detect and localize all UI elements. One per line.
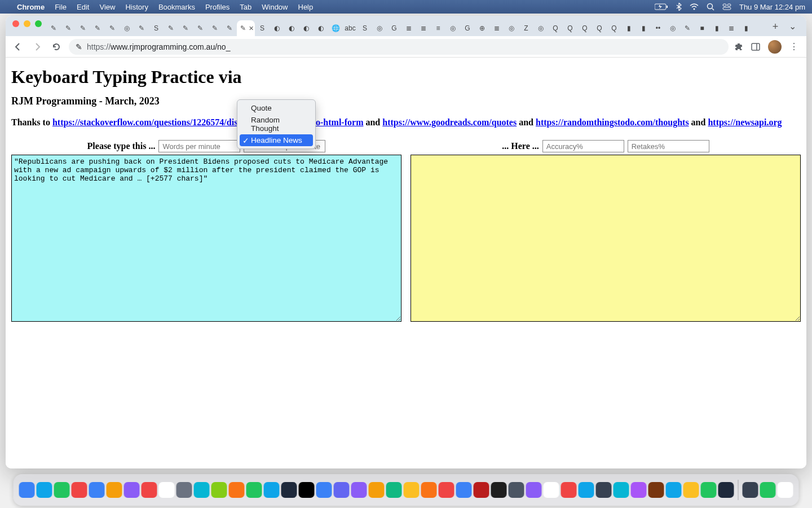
- chrome-menu-icon[interactable]: ⋮: [789, 41, 798, 52]
- wpm-input[interactable]: [158, 140, 240, 152]
- dock-app[interactable]: [299, 482, 315, 498]
- dock-app[interactable]: [526, 482, 542, 498]
- browser-tab[interactable]: ▮: [621, 20, 636, 36]
- dock-app[interactable]: [142, 482, 157, 498]
- dock-app[interactable]: [701, 482, 717, 498]
- browser-tab[interactable]: ◎: [533, 20, 548, 36]
- tab-overflow-button[interactable]: ⌄: [783, 21, 802, 36]
- forward-button[interactable]: [30, 40, 44, 54]
- browser-tab[interactable]: ≡: [431, 20, 445, 36]
- dock-app[interactable]: [404, 482, 420, 498]
- dock-app[interactable]: [491, 482, 507, 498]
- address-bar[interactable]: ✎ https://www.rjmprogramming.com.au/no_: [69, 39, 729, 55]
- dock-app[interactable]: [107, 482, 122, 498]
- retakes-input[interactable]: [628, 140, 709, 152]
- browser-tab[interactable]: ▮: [636, 20, 651, 36]
- browser-tab[interactable]: ✎: [90, 20, 105, 36]
- reload-button[interactable]: [50, 40, 63, 54]
- menubar-clock[interactable]: Thu 9 Mar 12:24 pm: [739, 3, 805, 11]
- dock-app[interactable]: [124, 482, 140, 498]
- browser-tab[interactable]: ✎: [208, 20, 222, 36]
- browser-tab[interactable]: ◎: [120, 20, 134, 36]
- menubar-item-help[interactable]: Help: [298, 3, 314, 11]
- source-text-area[interactable]: [11, 155, 401, 322]
- dock-app[interactable]: [194, 482, 210, 498]
- new-tab-button[interactable]: +: [767, 21, 783, 36]
- browser-tab[interactable]: ≣: [724, 20, 739, 36]
- minimize-window-button[interactable]: [24, 20, 30, 27]
- back-button[interactable]: [11, 40, 25, 54]
- menubar-item-profiles[interactable]: Profiles: [205, 3, 230, 11]
- dock-app[interactable]: [159, 482, 175, 498]
- dock-app[interactable]: [579, 482, 594, 498]
- profile-avatar[interactable]: [768, 40, 782, 54]
- dock-app[interactable]: [19, 482, 35, 498]
- dock-app[interactable]: [72, 482, 87, 498]
- browser-tab[interactable]: ▮: [739, 20, 753, 36]
- menubar-app-name[interactable]: Chrome: [17, 3, 45, 11]
- dock-app[interactable]: [369, 482, 385, 498]
- menubar-item-tab[interactable]: Tab: [240, 3, 251, 11]
- link-newsapi[interactable]: https://newsapi.org: [708, 117, 782, 127]
- browser-tab[interactable]: ✎: [193, 20, 208, 36]
- browser-tab[interactable]: ▮: [709, 20, 724, 36]
- browser-tab[interactable]: ✎: [222, 20, 237, 36]
- dock-app[interactable]: [683, 482, 699, 498]
- fullscreen-window-button[interactable]: [35, 20, 42, 27]
- dock-app[interactable]: [246, 482, 262, 498]
- dock-app[interactable]: [89, 482, 105, 498]
- wifi-icon[interactable]: [690, 3, 699, 10]
- dock-app[interactable]: [176, 482, 192, 498]
- dropdown-option-random-thought[interactable]: Random Thought: [240, 114, 313, 134]
- browser-tab[interactable]: ✎: [105, 20, 120, 36]
- browser-tab[interactable]: ≣: [401, 20, 416, 36]
- browser-tab[interactable]: G: [387, 20, 401, 36]
- dock-app[interactable]: [439, 482, 454, 498]
- dock-app[interactable]: [229, 482, 245, 498]
- dock-app[interactable]: [614, 482, 629, 498]
- browser-tab[interactable]: ◎: [445, 20, 460, 36]
- dock-app[interactable]: [648, 482, 664, 498]
- dock-app[interactable]: [509, 482, 524, 498]
- menubar-item-window[interactable]: Window: [262, 3, 288, 11]
- browser-tab[interactable]: Q: [548, 20, 563, 36]
- dock-app[interactable]: [743, 482, 758, 498]
- browser-tab[interactable]: ◐: [299, 20, 314, 36]
- browser-tab[interactable]: ••: [651, 20, 665, 36]
- dock-app[interactable]: [334, 482, 350, 498]
- browser-tab[interactable]: ✎: [178, 20, 193, 36]
- dropdown-option-headline-news[interactable]: Headline News: [240, 134, 313, 146]
- browser-tab[interactable]: ■: [695, 20, 709, 36]
- dock-app[interactable]: [421, 482, 437, 498]
- dock-app[interactable]: [211, 482, 227, 498]
- browser-tab[interactable]: ≣: [489, 20, 504, 36]
- browser-tab[interactable]: ◎: [504, 20, 519, 36]
- battery-icon[interactable]: [655, 3, 668, 10]
- menubar-item-edit[interactable]: Edit: [77, 3, 89, 11]
- browser-tab[interactable]: ✎: [164, 20, 178, 36]
- browser-tab[interactable]: Z: [519, 20, 533, 36]
- menubar-item-view[interactable]: View: [99, 3, 115, 11]
- browser-tab[interactable]: ≣: [416, 20, 431, 36]
- browser-tab[interactable]: S: [149, 20, 164, 36]
- browser-tab[interactable]: Q: [592, 20, 607, 36]
- dock-app[interactable]: [760, 482, 776, 498]
- close-tab-icon[interactable]: ✕: [249, 25, 254, 32]
- browser-tab[interactable]: ✎: [46, 20, 61, 36]
- extensions-icon[interactable]: [734, 42, 743, 51]
- browser-tab[interactable]: ✎: [76, 20, 90, 36]
- browser-tab[interactable]: 🌐: [328, 20, 343, 36]
- browser-tab[interactable]: ⊕: [475, 20, 489, 36]
- browser-tab[interactable]: ✎: [680, 20, 695, 36]
- browser-tab[interactable]: ✎: [61, 20, 76, 36]
- dock-app[interactable]: [474, 482, 489, 498]
- dock-app[interactable]: [544, 482, 559, 498]
- accuracy-input[interactable]: [542, 140, 624, 152]
- browser-tab[interactable]: Q: [563, 20, 577, 36]
- side-panel-icon[interactable]: [751, 42, 760, 51]
- browser-tab[interactable]: ✎✕: [237, 20, 255, 36]
- dock-app[interactable]: [316, 482, 332, 498]
- typing-input-area[interactable]: [411, 155, 801, 322]
- control-center-icon[interactable]: [722, 3, 731, 10]
- menubar-item-history[interactable]: History: [125, 3, 148, 11]
